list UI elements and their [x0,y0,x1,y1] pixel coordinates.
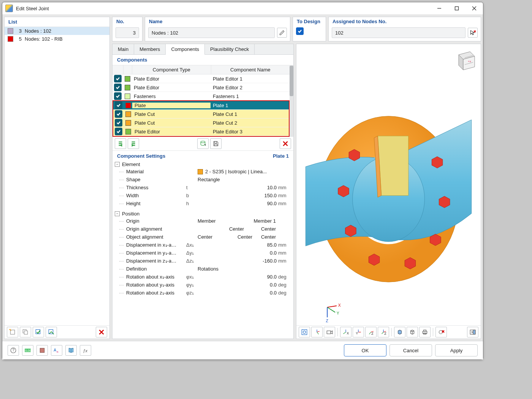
list-item[interactable]: 5Nodes: 102 - RIB [5,35,109,43]
svg-rect-44 [302,329,307,335]
panel-expand-button[interactable] [467,327,478,337]
components-delete-button[interactable] [280,138,291,149]
move-down-button[interactable] [128,138,139,149]
property-row[interactable]: Displacement in z₁-a…Δz₁-160.0mm [112,257,293,265]
table-row[interactable]: FastenersFasteners 1 [112,92,290,101]
preview-pane: X Y Z +x [296,44,481,339]
view-fit-button[interactable] [299,327,310,337]
property-row[interactable]: Thicknesst10.0mm [112,184,293,192]
settings-body[interactable]: −ElementMaterial2 - S235 | Isotropic | L… [112,161,293,339]
apply-button[interactable]: Apply [435,344,478,356]
model-3d-icon: X Y Z [296,44,481,325]
list-items[interactable]: 3Nodes : 1025Nodes: 102 - RIB [5,27,109,325]
property-row[interactable]: Widthb150.0mm [112,192,293,200]
view-x-button[interactable]: X [340,327,352,337]
units-button[interactable]: 0,00 [22,345,33,356]
window-maximize-button[interactable] [448,2,466,14]
print-button[interactable] [419,327,431,337]
window-minimize-button[interactable] [431,2,448,14]
view-axes-button[interactable] [311,327,323,337]
table-row[interactable]: Plate CutPlate Cut 2 [113,119,289,127]
components-table[interactable]: Component Type Component Name Plate Edit… [112,65,290,136]
row-name: Plate Editor 1 [211,76,290,82]
fx-button[interactable]: ƒx [80,345,91,356]
property-row[interactable]: Rotation about x₁-axisφx₁90.0deg [112,273,293,281]
tab-main[interactable]: Main [112,44,134,54]
row-checkbox[interactable] [114,75,122,82]
property-row[interactable]: ShapeRectangle [112,176,293,184]
row-checkbox[interactable] [115,128,122,135]
view-wireframe-button[interactable] [407,327,418,337]
property-row[interactable]: Origin alignmentCenterCenter [112,225,293,233]
preview-canvas[interactable]: X Y Z +x [296,44,481,325]
table-row[interactable]: Plate EditorPlate Editor 1 [112,74,290,83]
list-new-button[interactable] [7,327,18,337]
row-checkbox[interactable] [114,92,122,100]
name-edit-button[interactable] [277,28,287,38]
assigned-pick-button[interactable] [468,28,478,38]
no-box: No. 3 [112,17,142,41]
view-camera-button[interactable] [324,327,335,337]
prop-value: -160.0 [198,258,278,264]
save-button[interactable] [210,138,222,149]
row-checkbox[interactable] [115,119,122,127]
table-row[interactable]: Plate EditorPlate Editor 3 [113,127,289,136]
property-row[interactable]: Rotation about y₁-axisφy₁0.0deg [112,281,293,289]
components-scrollbar[interactable] [290,65,293,136]
row-checkbox[interactable] [115,110,122,118]
list-checkall-button[interactable] [33,327,44,337]
row-color-icon [125,85,130,90]
svg-rect-76 [473,330,475,334]
property-row[interactable]: Object alignmentCenterCenterCenter [112,233,293,241]
no-input[interactable]: 3 [116,27,139,38]
assigned-input[interactable]: 102 [332,27,466,38]
list-uncheckall-button[interactable] [46,327,57,337]
prop-label: Shape [126,177,186,182]
view-iso-button[interactable]: Z [378,327,389,337]
view-solid-button[interactable] [394,327,405,337]
navigation-cube-icon[interactable]: +x [451,47,478,74]
group-header[interactable]: −Position [112,211,293,217]
view-remove-button[interactable] [435,327,447,337]
property-row[interactable]: Displacement in x₁-a…Δx₁85.0mm [112,241,293,249]
svg-text:Z: Z [326,319,328,323]
property-row[interactable]: Rotation about z₁-axisφz₁0.0deg [112,289,293,297]
text-style-button[interactable]: Aa [51,345,62,356]
tab-components[interactable]: Components [166,44,205,55]
view-z-button[interactable]: Z [365,327,377,337]
move-up-button[interactable] [115,138,126,149]
book-button[interactable] [65,345,77,356]
ok-button[interactable]: OK [344,344,386,356]
list-copy-button[interactable] [20,327,31,337]
maximize-icon [454,6,459,11]
property-row[interactable]: Displacement in y₁-a…Δy₁0.0mm [112,249,293,257]
property-row[interactable]: Heighth90.0mm [112,200,293,207]
view-y-button[interactable]: Y [353,327,364,337]
arrow-x-icon: X [342,329,349,336]
property-row[interactable]: DefinitionRotations [112,265,293,273]
table-row[interactable]: Plate EditorPlate Editor 2 [112,83,290,92]
property-row[interactable]: Material2 - S235 | Isotropic | Linea... [112,168,293,176]
table-row[interactable]: PlatePlate 1 [113,101,289,110]
prop-value-2: Center [255,234,278,240]
list-item[interactable]: 3Nodes : 102 [5,27,109,35]
check-icon [116,103,121,108]
row-checkbox[interactable] [114,84,122,91]
color-button[interactable] [36,345,48,356]
name-input[interactable]: Nodes : 102 [148,27,275,38]
cancel-button[interactable]: Cancel [390,344,432,356]
tab-plausibility-check[interactable]: Plausibility Check [205,44,255,54]
window-close-button[interactable] [466,2,483,14]
help-button[interactable]: ? [8,345,19,356]
property-row[interactable]: OriginMemberMember 1 [112,217,293,225]
table-row[interactable]: Plate CutPlate Cut 1 [113,110,289,119]
prop-symbol: φy₁ [186,282,198,288]
fit-icon [301,329,308,336]
list-delete-button[interactable] [96,327,107,337]
tab-members[interactable]: Members [134,44,166,54]
import-button[interactable] [197,138,209,149]
group-header[interactable]: −Element [112,161,293,168]
svg-text:Z: Z [371,332,374,336]
todesign-checkbox[interactable] [296,27,304,35]
row-checkbox[interactable] [115,101,122,109]
